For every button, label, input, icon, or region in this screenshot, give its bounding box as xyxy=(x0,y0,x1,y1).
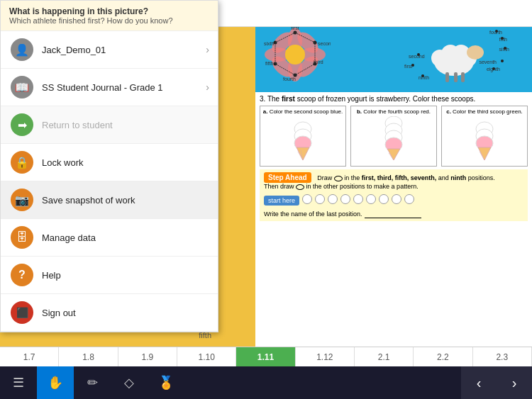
svg-point-41 xyxy=(501,60,504,62)
dropdown-label-data: Manage data xyxy=(42,232,96,243)
svg-point-45 xyxy=(421,74,424,77)
book-icon: 📖 xyxy=(11,76,33,99)
svg-marker-56 xyxy=(387,149,400,160)
svg-point-40 xyxy=(504,47,506,50)
dropdown-item-lock[interactable]: 🔒 Lock work xyxy=(1,144,218,181)
chevron-right-icon: › xyxy=(206,44,209,55)
timeline-2-1[interactable]: 2.1 xyxy=(355,347,414,366)
dropdown-question: What is happening in this picture? xyxy=(9,6,209,16)
practice-dot xyxy=(353,194,363,204)
smiley-2-icon xyxy=(334,176,343,181)
step-ahead-section: Step Ahead Draw in the first, third, fif… xyxy=(260,169,528,221)
dropdown-item-journal[interactable]: 📖 SS Student Journal - Grade 1 › xyxy=(1,69,218,106)
svg-point-43 xyxy=(417,53,420,56)
menu-button[interactable]: ☰ xyxy=(0,366,37,399)
svg-text:first: first xyxy=(404,64,412,69)
next-button[interactable]: › xyxy=(497,366,532,399)
dropdown-header: What is happening in this picture? Which… xyxy=(1,1,218,31)
return-icon: ➡ xyxy=(11,113,33,136)
dropdown-item-data[interactable]: 🗄 Manage data xyxy=(1,219,218,257)
dropdown-label-journal: SS Student Journal - Grade 1 xyxy=(42,82,163,93)
svg-text:fifth: fifth xyxy=(265,61,273,66)
bottom-bar-right: ‹ › xyxy=(461,366,532,399)
help-icon: ? xyxy=(11,264,33,286)
dropdown-menu: What is happening in this picture? Which… xyxy=(0,0,218,332)
worksheet-section-bottom: 3. The first scoop of frozen yogurt is s… xyxy=(255,92,532,224)
svg-point-44 xyxy=(411,64,414,67)
practice-dot xyxy=(315,194,325,204)
dropdown-subtext: Which athlete finished first? How do you… xyxy=(9,16,209,25)
practice-dot xyxy=(302,194,312,204)
answer-box[interactable] xyxy=(365,210,421,218)
svg-text:second: second xyxy=(318,41,331,46)
timeline-1-11[interactable]: 1.11 xyxy=(236,347,295,366)
timeline-1-12[interactable]: 1.12 xyxy=(296,347,355,366)
flower-svg: first second third fourth fifth sixth xyxy=(260,23,331,86)
sheep-svg: fourth fifth sixth second first seventh … xyxy=(397,23,511,86)
svg-point-39 xyxy=(501,37,504,40)
chevron-right-icon-2: › xyxy=(206,82,209,93)
ice-cream-b: b. Color the fourth scoop red. xyxy=(350,106,437,167)
svg-point-38 xyxy=(495,30,498,33)
svg-rect-29 xyxy=(461,72,465,82)
timeline-2-3[interactable]: 2.3 xyxy=(473,347,532,366)
eraser-button[interactable]: ◇ xyxy=(111,366,148,399)
svg-text:sixth: sixth xyxy=(264,41,275,46)
timeline-1-7[interactable]: 1.7 xyxy=(0,347,59,366)
pencil-button[interactable]: ✏ xyxy=(74,366,111,399)
dropdown-item-help[interactable]: ? Help xyxy=(1,257,218,294)
ice-cream-a: a. Color the second scoop blue. xyxy=(260,106,346,167)
svg-point-42 xyxy=(492,67,495,70)
question-3: 3. The first scoop of frozen yogurt is s… xyxy=(260,95,528,103)
svg-point-8 xyxy=(285,45,305,64)
practice-dot xyxy=(340,194,350,204)
practice-dot xyxy=(379,194,389,204)
dropdown-label-return: Return to student xyxy=(42,120,113,130)
database-icon: 🗄 xyxy=(11,226,33,249)
dropdown-label-user: Jack_Demo_01 xyxy=(42,45,106,55)
ice-cream-svg-c xyxy=(465,116,504,162)
dropdown-item-return[interactable]: ➡ Return to student xyxy=(1,106,218,144)
dropdown-label-lock: Lock work xyxy=(42,157,84,168)
step-ahead-badge: Step Ahead xyxy=(264,172,311,183)
hand-button[interactable]: ✋ xyxy=(37,366,74,399)
svg-text:seventh: seventh xyxy=(479,60,497,64)
prev-button[interactable]: ‹ xyxy=(461,366,497,399)
dropdown-label-signout: Sign out xyxy=(42,308,76,318)
dropdown-label-help: Help xyxy=(42,270,61,281)
worksheet: 2. Draw to connect the dots in order. a. xyxy=(255,0,532,399)
timeline-1-9[interactable]: 1.9 xyxy=(118,347,177,366)
timeline-bar: 1.7 1.8 1.9 1.10 1.11 1.12 2.1 2.2 2.3 xyxy=(0,347,532,366)
dropdown-item-signout[interactable]: ⬛ Sign out xyxy=(1,294,218,332)
svg-point-26 xyxy=(467,45,484,60)
ice-cream-c: c. Color the third scoop green. xyxy=(441,106,528,167)
ice-cream-svg-a xyxy=(284,116,323,162)
svg-marker-49 xyxy=(297,147,309,160)
bookmark-button[interactable]: 🏅 xyxy=(148,366,184,399)
svg-marker-61 xyxy=(478,147,491,160)
start-here-button[interactable]: start here xyxy=(264,196,299,206)
camera-icon: 📷 xyxy=(11,189,33,211)
dot-practice-row: start here xyxy=(264,193,523,206)
practice-dot xyxy=(392,194,401,204)
practice-dot xyxy=(328,194,338,204)
lock-icon: 🔒 xyxy=(11,151,33,174)
ice-cream-svg-b xyxy=(375,116,414,162)
timeline-2-2[interactable]: 2.2 xyxy=(414,347,472,366)
smiley-3-icon xyxy=(296,184,304,190)
user-icon: 👤 xyxy=(11,38,33,61)
dropdown-item-user[interactable]: 👤 Jack_Demo_01 › xyxy=(1,31,218,69)
svg-rect-27 xyxy=(445,72,449,82)
bottom-bar: ☰ ✋ ✏ ◇ 🏅 ‹ › xyxy=(0,366,532,399)
practice-dot xyxy=(366,194,376,204)
timeline-1-8[interactable]: 1.8 xyxy=(59,347,118,366)
svg-text:second: second xyxy=(409,54,425,59)
signout-icon: ⬛ xyxy=(11,301,33,324)
timeline-1-10[interactable]: 1.10 xyxy=(177,347,236,366)
dropdown-item-snapshot[interactable]: 📷 Save snapshot of work xyxy=(1,181,218,219)
practice-dot xyxy=(404,194,414,204)
ice-cream-row: a. Color the second scoop blue. b. Color… xyxy=(260,106,528,167)
svg-rect-28 xyxy=(454,72,458,82)
dropdown-label-snapshot: Save snapshot of work xyxy=(42,195,135,206)
write-last-position: Write the name of the last position. xyxy=(264,210,523,218)
